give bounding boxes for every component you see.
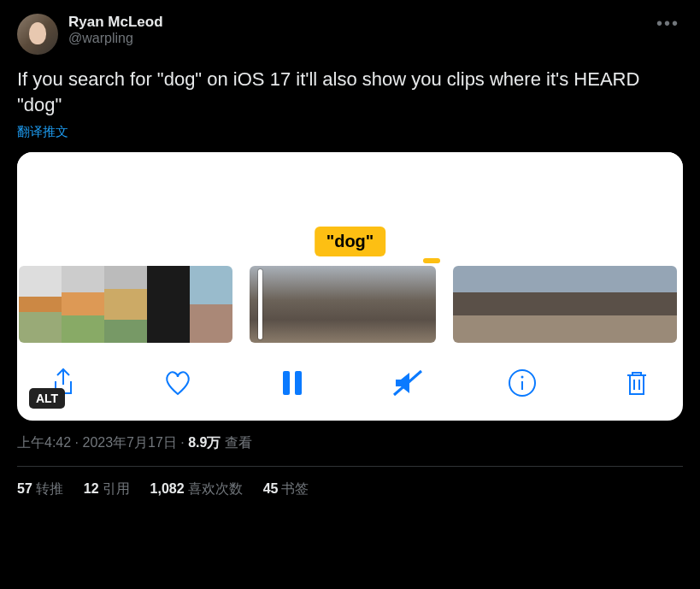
likes-label: 喜欢次数 <box>188 481 243 496</box>
tweet-text: If you search for "dog" on iOS 17 it'll … <box>17 67 683 117</box>
heart-icon[interactable] <box>162 368 193 398</box>
media-top-area: "dog" <box>17 152 683 263</box>
quotes-count: 12 <box>84 481 99 496</box>
tweet-container: Ryan McLeod @warpling ••• If you search … <box>0 0 700 512</box>
search-term-badge: "dog" <box>315 227 386 256</box>
media-toolbar <box>17 350 683 421</box>
author-block: Ryan McLeod @warpling <box>68 14 653 46</box>
svg-rect-0 <box>283 371 290 395</box>
tweet-stats: 57转推 12引用 1,082喜欢次数 45书签 <box>17 480 683 498</box>
likes-stat[interactable]: 1,082喜欢次数 <box>150 480 243 498</box>
tweet-header: Ryan McLeod @warpling ••• <box>17 14 683 55</box>
tweet-date[interactable]: 2023年7月17日 <box>82 435 176 450</box>
video-clip[interactable] <box>19 266 232 343</box>
likes-count: 1,082 <box>150 481 185 496</box>
display-name[interactable]: Ryan McLeod <box>68 14 653 31</box>
more-button[interactable]: ••• <box>653 14 683 33</box>
retweets-label: 转推 <box>36 481 63 496</box>
divider <box>17 466 683 467</box>
quotes-stat[interactable]: 12引用 <box>84 480 130 498</box>
svg-rect-1 <box>295 371 302 395</box>
trash-icon[interactable] <box>621 368 652 398</box>
translate-link[interactable]: 翻译推文 <box>17 124 683 140</box>
retweets-count: 57 <box>17 481 32 496</box>
views-label: 查看 <box>225 435 252 450</box>
tweet-time[interactable]: 上午4:42 <box>17 435 71 450</box>
views-count: 8.9万 <box>188 435 221 450</box>
avatar[interactable] <box>17 14 58 55</box>
info-icon[interactable] <box>507 368 538 398</box>
bookmarks-count: 45 <box>263 481 279 496</box>
mute-icon[interactable] <box>392 368 423 398</box>
timeline-marker <box>423 258 440 263</box>
author-handle[interactable]: @warpling <box>68 31 653 46</box>
alt-badge[interactable]: ALT <box>29 388 65 409</box>
playhead[interactable] <box>258 269 262 339</box>
retweets-stat[interactable]: 57转推 <box>17 480 63 498</box>
svg-point-4 <box>521 376 523 379</box>
quotes-label: 引用 <box>103 481 130 496</box>
video-clip[interactable] <box>250 266 436 343</box>
media-card[interactable]: "dog" <box>17 152 683 421</box>
pause-icon[interactable] <box>277 368 308 398</box>
video-timeline[interactable] <box>17 263 683 350</box>
video-clip[interactable] <box>453 266 677 343</box>
bookmarks-label: 书签 <box>281 481 309 496</box>
tweet-meta: 上午4:42 · 2023年7月17日 · 8.9万 查看 <box>17 434 683 452</box>
bookmarks-stat[interactable]: 45书签 <box>263 480 309 498</box>
